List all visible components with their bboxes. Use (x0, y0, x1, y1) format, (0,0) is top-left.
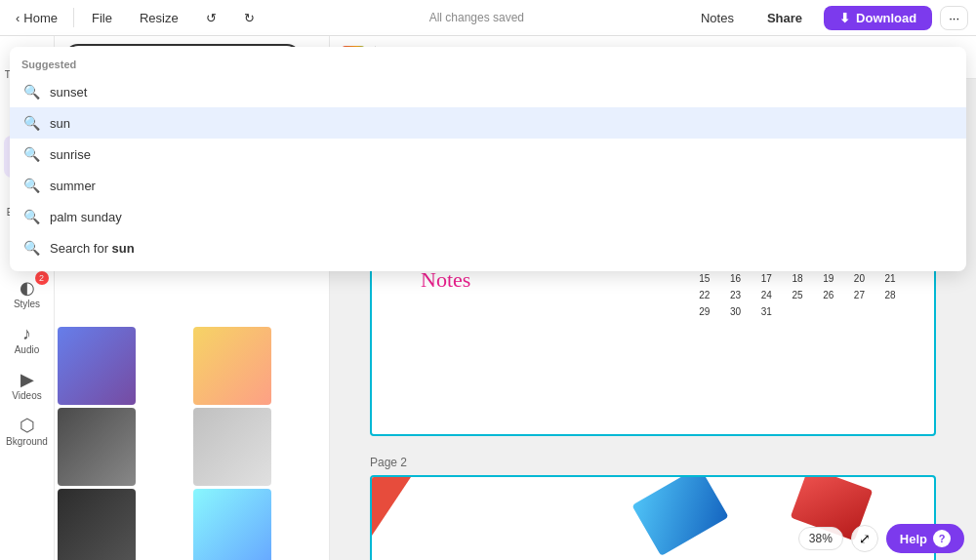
home-label: Home (23, 11, 58, 25)
panel: 🔍 ✕ ⊞ Suggested 🔍 sunset 🔍 sun 🔍 sunrise (55, 36, 330, 560)
file-label: File (92, 11, 112, 25)
chevron-left-icon: ‹ (16, 11, 20, 25)
calendar-cell: 16 (721, 271, 751, 286)
sidebar-item-videos[interactable]: ▶ Videos (4, 365, 51, 407)
undo-button[interactable]: ↺ (196, 7, 226, 29)
share-button[interactable]: Share (753, 6, 816, 30)
download-button[interactable]: ⬇ Download (824, 6, 932, 30)
calendar-cell (875, 304, 905, 319)
dropdown-item-summer[interactable]: 🔍 summer (55, 170, 330, 201)
calendar-cell: 21 (875, 271, 905, 286)
calendar-cell: 20 (845, 271, 874, 286)
calendar-cell: 29 (690, 304, 719, 319)
sidebar-item-label: Audio (15, 344, 40, 355)
calendar-cell: 23 (721, 288, 751, 302)
sidebar-item-styles-wrapper: ◐ Styles 2 (4, 273, 51, 315)
zoom-display[interactable]: 38% (798, 527, 843, 550)
zoom-expand-button[interactable]: ⤢ (851, 525, 878, 552)
calendar-cell: 30 (721, 304, 751, 319)
divider (73, 8, 74, 27)
calendar-cell: 26 (814, 288, 843, 302)
help-button[interactable]: Help ? (886, 524, 964, 553)
sidebar-item-styles[interactable]: ◐ Styles 2 (4, 273, 51, 315)
calendar-cell: 25 (783, 288, 812, 302)
photo-thumb[interactable] (58, 489, 136, 560)
calendar-cell: 15 (690, 271, 719, 286)
photos-grid (55, 324, 329, 560)
dropdown-item-label: sun (55, 116, 70, 131)
resize-label: Resize (140, 11, 179, 25)
dropdown-item-palm-sunday[interactable]: 🔍 palm sunday (55, 201, 330, 232)
dropdown-item-label: palm sunday (55, 210, 122, 224)
dropdown-item-label: Search for sun (55, 241, 135, 256)
calendar-cell (845, 304, 874, 319)
calendar-cell: 27 (845, 288, 874, 302)
calendar-cell (783, 304, 812, 319)
styles-icon: ◐ (20, 279, 35, 297)
help-label: Help (900, 532, 927, 546)
dropdown-item-sunset[interactable]: 🔍 sunset (55, 76, 330, 107)
more-button[interactable]: ··· (940, 6, 968, 30)
page-2-label: Page 2 (370, 456, 936, 469)
calendar-cell: 18 (783, 271, 812, 286)
photo-thumb[interactable] (58, 327, 136, 405)
topbar: ‹ Home File Resize ↺ ↻ All changes saved… (0, 0, 976, 36)
changes-saved: All changes saved (272, 11, 681, 24)
main-layout: ⊞ Templates ⬆ Uploads 🖼 Photos ✦ Element… (0, 36, 976, 560)
sidebar-item-label: Bkground (6, 436, 48, 447)
dropdown-item-sunrise[interactable]: 🔍 sunrise (55, 139, 330, 170)
photo-thumb[interactable] (193, 327, 271, 405)
redo-icon: ↻ (244, 11, 255, 25)
audio-icon: ♪ (22, 325, 31, 342)
resize-button[interactable]: Resize (130, 7, 188, 29)
background-icon: ⬡ (20, 417, 35, 434)
blue-pencil-decoration (632, 475, 729, 556)
calendar-cell: 19 (814, 271, 843, 286)
dropdown-item-search-for[interactable]: 🔍 Search for sun (55, 232, 330, 263)
page-2-canvas[interactable] (370, 475, 936, 560)
calendar-cell: 31 (752, 304, 781, 319)
calendar-cell: 17 (752, 271, 781, 286)
file-button[interactable]: File (82, 7, 122, 29)
sidebar-item-audio[interactable]: ♪ Audio (4, 319, 51, 361)
videos-icon: ▶ (20, 371, 34, 388)
dropdown-section-label: Suggested (55, 55, 330, 76)
home-button[interactable]: ‹ Home (8, 7, 65, 29)
more-icon: ··· (949, 11, 959, 25)
notes-button[interactable]: Notes (689, 7, 746, 29)
photo-thumb[interactable] (58, 408, 136, 486)
photo-thumb[interactable] (193, 408, 271, 486)
sidebar-item-background[interactable]: ⬡ Bkground (4, 411, 51, 453)
calendar-cell: 28 (875, 288, 905, 302)
expand-icon: ⤢ (859, 531, 871, 546)
sidebar-item-label: Styles (14, 299, 40, 309)
dropdown-item-label: sunrise (55, 147, 91, 162)
calendar-cell: 24 (752, 288, 781, 302)
undo-icon: ↺ (206, 11, 217, 25)
dropdown-item-sun[interactable]: 🔍 sun (55, 107, 330, 139)
page-2-number: Page 2 (370, 456, 407, 469)
dropdown-item-label: summer (55, 179, 96, 193)
styles-badge: 2 (35, 271, 49, 285)
calendar-cell (814, 304, 843, 319)
download-icon: ⬇ (839, 11, 850, 25)
search-dropdown: Suggested 🔍 sunset 🔍 sun 🔍 sunrise 🔍 sum… (55, 47, 330, 271)
red-triangle-decoration (372, 477, 411, 536)
page-2-wrapper: Page 2 (370, 456, 936, 560)
sidebar-item-label: Videos (12, 390, 41, 401)
calendar-cell: 22 (690, 288, 719, 302)
photo-thumb[interactable] (193, 489, 271, 560)
help-icon: ? (933, 530, 951, 547)
redo-button[interactable]: ↻ (234, 7, 264, 29)
dropdown-item-label: sunset (55, 85, 87, 100)
zoom-level: 38% (809, 532, 833, 545)
